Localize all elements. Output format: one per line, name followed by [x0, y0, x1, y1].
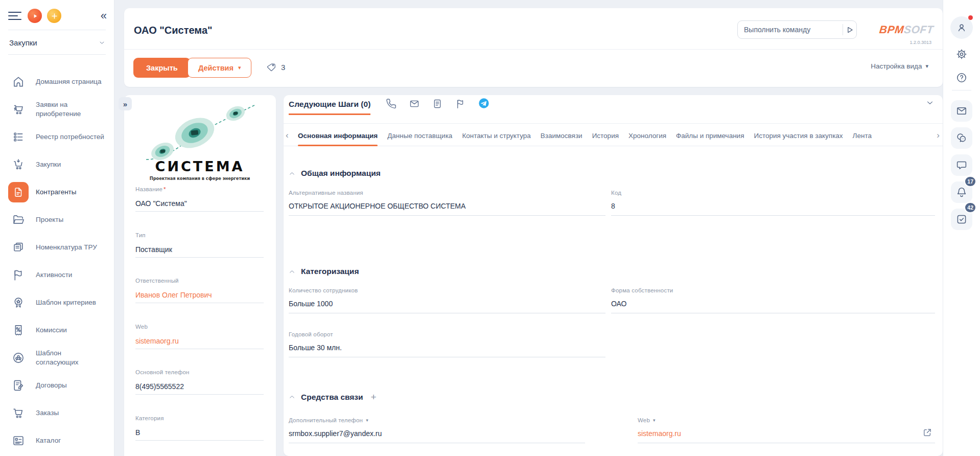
tab-supplier-data[interactable]: Данные поставщика [387, 126, 452, 146]
chevron-down-icon [98, 39, 106, 47]
settings-button[interactable] [951, 45, 972, 63]
tabs: Основная информация Данные поставщика Ко… [298, 126, 872, 146]
tab-procurement-history[interactable]: История участия в закупках [754, 126, 843, 146]
add-communication-button[interactable]: + [371, 392, 377, 402]
field-type-value: Поставщик [135, 245, 172, 254]
phone-icon [386, 98, 397, 109]
chevron-down-icon [925, 98, 935, 107]
sidebar-item-orders[interactable]: Заказы [0, 399, 114, 427]
caret-down-icon[interactable]: ▾ [366, 418, 368, 423]
sidebar-item-needs-registry[interactable]: Реестр потребностей [0, 123, 114, 151]
sidebar-item-procurements[interactable]: Закупки [0, 151, 114, 178]
sidebar-item-projects[interactable]: Проекты [0, 206, 114, 234]
bell-icon [955, 186, 968, 198]
tab-contacts-structure[interactable]: Контакты и структура [462, 126, 530, 146]
tab-files-notes[interactable]: Файлы и примечания [676, 126, 744, 146]
run-process-button[interactable] [28, 9, 42, 23]
tab-main-info[interactable]: Основная информация [298, 126, 378, 146]
sidebar-item-nomenclature[interactable]: Номенклатура ТРУ [0, 234, 114, 261]
sidebar-item-contracts[interactable]: Договоры [0, 372, 114, 399]
tabs-scroll-right[interactable]: › [937, 130, 940, 141]
tab-feed[interactable]: Лента [853, 126, 872, 146]
sidebar-item-catalog[interactable]: Каталог [0, 427, 114, 454]
activity-button[interactable] [455, 98, 467, 110]
workspace-selector[interactable]: Закупки [9, 33, 106, 52]
field-alt-names: Альтернативные названия ОТКРЫТОЕ АКЦИОНЕ… [289, 190, 605, 196]
sidebar-item-activities[interactable]: Активности [0, 261, 114, 289]
menu-hamburger-icon[interactable] [8, 10, 21, 22]
papers-stack-icon [8, 237, 29, 258]
quick-add-button[interactable] [47, 9, 61, 23]
tasks-badge: 42 [964, 202, 976, 213]
divider [952, 90, 971, 90]
folder-icon [8, 210, 29, 230]
section-communication-header[interactable]: Средства связи + [289, 392, 377, 402]
open-link-button[interactable] [922, 427, 932, 438]
notification-dot [968, 15, 973, 20]
tags-button[interactable]: 3 [266, 61, 285, 73]
divider [284, 123, 943, 124]
field-name-value: ОАО "Система" [135, 199, 187, 208]
sidebar-item-criteria-template[interactable]: Шаблон критериев [0, 289, 114, 316]
required-mark: * [164, 186, 166, 192]
caret-down-icon: ▾ [238, 65, 241, 71]
field-owner-link[interactable]: Иванов Олег Петрович [135, 291, 212, 299]
tab-timeline[interactable]: Хронология [628, 126, 666, 146]
sidebar-item-approvers-template[interactable]: Шаблон согласующих [0, 344, 114, 372]
chat-bubble-icon [955, 159, 968, 171]
sidebar-item-commissions[interactable]: Комиссии [0, 316, 114, 344]
task-button[interactable] [432, 98, 444, 110]
panel-expand-button[interactable]: » [119, 97, 132, 110]
actions-button[interactable]: Действия ▾ [188, 58, 251, 78]
feed-chat-button[interactable] [951, 154, 972, 176]
section-categorization-header[interactable]: Категоризация [289, 267, 359, 276]
field-name: Название* ОАО "Система" [135, 186, 264, 232]
catalog-card-icon [8, 430, 29, 451]
next-steps-collapse-button[interactable] [925, 98, 935, 107]
sidebar-item-home[interactable]: Домашняя страница [0, 68, 114, 96]
home-icon [8, 72, 29, 92]
svg-text:Проектная компания в сфере эне: Проектная компания в сфере энергетики [150, 176, 250, 181]
tabs-bar: ‹ Основная информация Данные поставщика … [284, 126, 943, 146]
email-center-button[interactable] [951, 100, 972, 122]
sidebar-item-purchase-requests[interactable]: Заявки на приобретение [0, 96, 114, 123]
group-circle-icon [8, 348, 29, 368]
tabs-scroll-left[interactable]: ‹ [286, 130, 289, 141]
section-general-header[interactable]: Общая информация [289, 169, 381, 178]
email-button[interactable] [409, 98, 421, 110]
command-run-button[interactable] [843, 21, 856, 38]
caret-down-icon[interactable]: ▾ [653, 418, 656, 423]
cart-icon [8, 403, 29, 423]
field-web: Web sistemaorg.ru [135, 324, 264, 370]
svg-text:СИСТЕМА: СИСТЕМА [155, 158, 245, 174]
document-icon [8, 182, 29, 202]
user-icon [955, 21, 968, 34]
app-version: 1.2.0.3013 [909, 40, 931, 45]
comm-web-link[interactable]: sistemaorg.ru [638, 429, 681, 438]
messenger-button[interactable] [951, 127, 972, 149]
command-input[interactable] [738, 21, 843, 38]
call-button[interactable] [386, 98, 398, 110]
close-button[interactable]: Закрыть [133, 58, 191, 78]
tab-history[interactable]: История [592, 126, 619, 146]
record-header: ОАО "Система" BPMSOFT 1.2.0.3013 Закрыть… [124, 8, 943, 87]
command-line [737, 20, 857, 39]
field-comm-web: Web ▾ sistemaorg.ru [638, 417, 935, 423]
sidebar-collapse-button[interactable]: « [101, 10, 107, 21]
field-web-link[interactable]: sistemaorg.ru [135, 337, 179, 345]
tab-relationships[interactable]: Взаимосвязи [541, 126, 582, 146]
field-primary-phone: Основной телефон 8(495)5565522 [135, 369, 264, 415]
field-category-value: В [135, 428, 140, 437]
sidebar-item-accounts[interactable]: Контрагенты [0, 178, 114, 206]
question-circle-icon [955, 72, 968, 84]
next-steps-actions [386, 98, 490, 110]
flag-icon [8, 265, 29, 285]
help-button[interactable] [951, 69, 972, 87]
telegram-button[interactable] [478, 98, 490, 110]
view-settings-button[interactable]: Настройка вида ▾ [871, 62, 928, 70]
workspace-label: Закупки [9, 38, 37, 47]
chevron-up-icon [289, 170, 295, 177]
bpmsoft-logo: BPMSOFT [879, 24, 935, 36]
page-title: ОАО "Система" [134, 25, 213, 36]
flag-icon [455, 98, 466, 109]
